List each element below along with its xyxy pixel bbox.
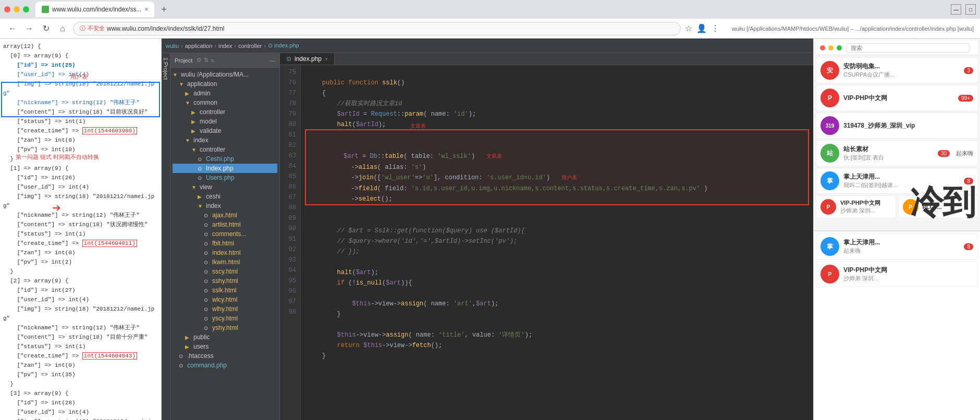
tree-public[interactable]: ▶ public xyxy=(173,332,277,342)
avatar-bottom-1: 掌 xyxy=(820,237,839,256)
html-file-icon: ⊙ xyxy=(204,278,210,284)
chat-item-319478[interactable]: 319 319478_沙师弟_深圳_vip xyxy=(816,113,978,139)
forward-button[interactable]: → xyxy=(23,22,35,35)
tree-settings-icon[interactable]: ⚙ xyxy=(197,57,202,64)
tree-ceshi-php[interactable]: ⊙ Ceshi.php xyxy=(173,154,277,164)
mini-traffic-lights xyxy=(820,45,842,51)
menu-icon[interactable]: ⋮ xyxy=(711,23,719,33)
mini-minimize[interactable] xyxy=(828,45,834,51)
minimize-button[interactable] xyxy=(14,6,20,13)
tree-artlist-html[interactable]: ⊙ artlist.html xyxy=(173,220,277,229)
avatar-anfang: 安 xyxy=(820,61,839,80)
tree-lkwm-html[interactable]: ⊙ lkwm.html xyxy=(173,257,277,267)
tree-command-php[interactable]: ⊙ command.php xyxy=(173,361,277,370)
tree-yscy-html[interactable]: ⊙ yscy.html xyxy=(173,314,277,323)
tree-index-html[interactable]: ⊙ index.html xyxy=(173,248,277,257)
tree-wlcy-html[interactable]: ⊙ wlcy.html xyxy=(173,295,277,304)
tree-sshy-label: sshy.html xyxy=(212,277,238,285)
tree-model[interactable]: ▶ model xyxy=(173,117,277,126)
tree-content: ▼ wuliu /Applications/MA... ▼ applicatio… xyxy=(170,68,279,372)
chat-item-bottom-1[interactable]: 掌 掌上天津用... 起来嗨 8 xyxy=(816,233,978,260)
php-file-icon: ⊙ xyxy=(198,156,204,162)
right-chat-panel: 安 安防弱电集... CSURPA会议广播... 3 P VIP-PHP中文网 … xyxy=(813,39,980,420)
tree-sshy-html[interactable]: ⊙ sshy.html xyxy=(173,276,277,286)
project-tree[interactable]: Project ⚙ ⇅ ≡ — ▼ wuliu /Applications/MA… xyxy=(170,53,280,420)
tab-bar: www.wuliu.com/index/index/ss... × + — □ xyxy=(0,0,980,19)
chat-item-vipphp1[interactable]: P VIP-PHP中文网 99+ xyxy=(816,85,978,111)
tree-fblt-html[interactable]: ⊙ fblt.html xyxy=(173,239,277,248)
url-text: www.wuliu.com/index/index/sslk/id/27.htm… xyxy=(107,25,224,32)
tree-sort-icon[interactable]: ⇅ xyxy=(204,57,209,64)
folder-icon: ▼ xyxy=(191,184,198,190)
chat-item-vipphp2[interactable]: P VIP-PHP中文网 沙师弟 深圳... xyxy=(816,195,896,218)
tree-htaccess[interactable]: ⊙ .htaccess xyxy=(173,351,277,361)
chat-item-anfang[interactable]: 安 安防弱电集... CSURPA会议广播... 3 xyxy=(816,57,978,83)
tree-lkwm-label: lkwm.html xyxy=(212,258,240,266)
chat-mini-window: 安 安防弱电集... CSURPA会议广播... 3 P VIP-PHP中文网 … xyxy=(814,39,980,231)
tree-index-php[interactable]: ⊙ Index.php xyxy=(173,164,277,173)
avatar-319478: 319 xyxy=(820,116,839,135)
chat-item-bottom-2[interactable]: P VIP-PHP中文网 沙师弟 深圳... xyxy=(816,261,978,287)
tree-wlhy-html[interactable]: ⊙ wlhy.html xyxy=(173,304,277,314)
tab-close-button[interactable]: × xyxy=(325,56,328,62)
tree-public-label: public xyxy=(193,333,210,341)
tree-close-icon[interactable]: — xyxy=(270,57,275,64)
tree-users-folder[interactable]: ▶ users xyxy=(173,342,277,351)
tree-sslk-html[interactable]: ⊙ sslk.html xyxy=(173,286,277,295)
maximize-button[interactable] xyxy=(23,6,29,13)
tree-index[interactable]: ▼ index xyxy=(173,135,277,145)
back-button[interactable]: ← xyxy=(6,22,19,35)
refresh-button[interactable]: ↻ xyxy=(40,22,52,35)
tree-root[interactable]: ▼ wuliu /Applications/MA... xyxy=(173,70,277,79)
tree-header: Project ⚙ ⇅ ≡ — xyxy=(170,53,279,68)
close-button[interactable] xyxy=(4,6,10,13)
tree-title: Project xyxy=(175,57,192,64)
code-editor: ⊙ index.php × 7576777879 8081828384 8586… xyxy=(280,53,813,420)
html-file-icon: ⊙ xyxy=(204,241,210,246)
tree-htaccess-label: .htaccess xyxy=(187,352,214,360)
tree-view[interactable]: ▼ view xyxy=(173,182,277,192)
tree-ceshi-folder[interactable]: ▶ ceshi xyxy=(173,192,277,201)
tree-index-folder[interactable]: ▼ index xyxy=(173,201,277,211)
browser-tab[interactable]: www.wuliu.com/index/index/ss... × xyxy=(35,2,154,17)
main-area: 用户表 第一问题 链式 时间戳不自动转换 ➔ array(12) { [0] =… xyxy=(0,39,980,420)
window-maximize-icon[interactable]: □ xyxy=(965,4,976,15)
tree-validate[interactable]: ▶ validate xyxy=(173,126,277,135)
mini-close[interactable] xyxy=(820,45,825,51)
action-zhangzhang[interactable]: 起来嗨 xyxy=(956,150,973,157)
tree-sscy-html[interactable]: ⊙ sscy.html xyxy=(173,267,277,276)
tab-close-icon[interactable]: × xyxy=(144,6,148,13)
tree-ajax-html[interactable]: ⊙ ajax.html xyxy=(173,211,277,220)
code-content[interactable]: 7576777879 8081828384 8586878889 9091929… xyxy=(280,65,813,420)
tree-usersphp-label: Users.php xyxy=(206,174,235,181)
tree-controller[interactable]: ▶ controller xyxy=(173,107,277,117)
tree-users-php[interactable]: ⊙ Users.php xyxy=(173,173,277,182)
chat-item-zhangzhang[interactable]: 站 站长素材 伙:[签到]宜 表白 30 起来嗨 xyxy=(816,140,978,166)
tree-index-controller[interactable]: ▼ controller xyxy=(173,145,277,154)
tree-common[interactable]: ▼ common xyxy=(173,98,277,107)
window-minimize-icon[interactable]: — xyxy=(951,4,961,15)
chat-preview-bottom-1: 起来嗨 xyxy=(843,247,960,255)
tree-application[interactable]: ▼ application xyxy=(173,79,277,89)
bookmark-icon[interactable]: ☆ xyxy=(685,23,692,33)
home-button[interactable]: ⌂ xyxy=(56,22,69,35)
tree-yshy-html[interactable]: ⊙ yshy.html xyxy=(173,323,277,332)
avatar-zhangzhang: 站 xyxy=(820,144,839,163)
code-line-82: ->join(['wl_user'=>'u'], condition: 's.u… xyxy=(306,174,577,181)
url-bar[interactable]: ⓘ 不安全 www.wuliu.com/index/index/sslk/id/… xyxy=(73,22,681,35)
tree-admin[interactable]: ▶ admin xyxy=(173,89,277,98)
chat-search-bar[interactable] xyxy=(846,43,970,53)
chat-info-bottom-1: 掌上天津用... 起来嗨 xyxy=(843,238,960,255)
chat-search-input[interactable] xyxy=(846,43,970,53)
html-file-icon: ⊙ xyxy=(204,269,210,275)
code-line-86: // $art = Sslk::get(function($query) use… xyxy=(307,227,525,234)
new-tab-button[interactable]: + xyxy=(156,2,171,17)
editor-tab-indexphp[interactable]: ⊙ index.php × xyxy=(280,53,335,65)
account-icon[interactable]: 👤 xyxy=(696,23,707,33)
mini-maximize[interactable] xyxy=(837,45,842,51)
php-file-icon: ⊙ xyxy=(179,363,185,368)
tree-collapse-icon[interactable]: ≡ xyxy=(211,57,214,64)
tree-artlist-label: artlist.html xyxy=(212,221,241,228)
tree-yscy-label: yscy.html xyxy=(212,315,238,322)
tree-comments-html[interactable]: ⊙ comments... xyxy=(173,229,277,239)
